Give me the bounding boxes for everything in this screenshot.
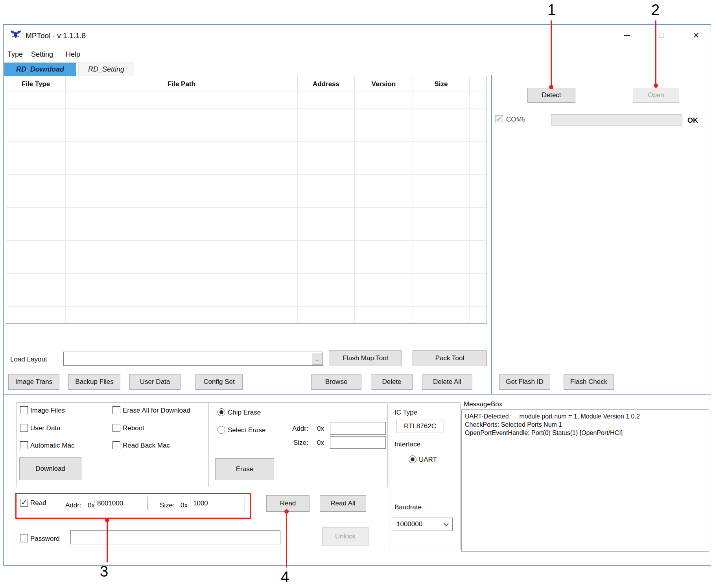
delete-button[interactable]: Delete bbox=[371, 374, 413, 390]
col-file-path[interactable]: File Path bbox=[66, 76, 298, 92]
user-data-checkbox[interactable] bbox=[20, 424, 28, 432]
browse-button[interactable]: Browse bbox=[311, 374, 361, 390]
panel-divider-horizontal bbox=[4, 394, 711, 394]
col-size[interactable]: Size bbox=[413, 76, 470, 92]
baudrate-value: 1000000 bbox=[396, 520, 422, 528]
col-extra bbox=[470, 76, 486, 92]
message-line: CheckPorts: Selected Ports Num 1 bbox=[465, 420, 706, 429]
annotation-2-dot bbox=[654, 83, 658, 88]
menu-help[interactable]: Help bbox=[66, 50, 80, 59]
backup-files-button[interactable]: Backup Files bbox=[68, 374, 120, 390]
read-all-button[interactable]: Read All bbox=[320, 495, 366, 512]
load-layout-input[interactable] bbox=[63, 352, 323, 366]
unlock-button[interactable]: Unlock bbox=[322, 527, 369, 546]
file-table[interactable]: File Type File Path Address Version Size bbox=[6, 76, 487, 324]
read-back-mac-label: Read Back Mac bbox=[123, 441, 170, 450]
messagebox[interactable]: UART-Detected module port num = 1, Modul… bbox=[461, 409, 709, 552]
select-erase-radio[interactable] bbox=[217, 426, 225, 434]
col-address[interactable]: Address bbox=[298, 76, 355, 92]
message-line: UART-Detected module port num = 1, Modul… bbox=[465, 412, 706, 420]
close-button[interactable]: ✕ bbox=[685, 26, 708, 44]
ic-type-value[interactable]: RTL8762C bbox=[396, 420, 444, 433]
delete-all-button[interactable]: Delete All bbox=[422, 374, 472, 390]
progress-bar bbox=[551, 114, 682, 125]
erase-size-input[interactable] bbox=[330, 436, 386, 449]
get-flash-id-button[interactable]: Get Flash ID bbox=[499, 374, 550, 390]
annotation-4-line bbox=[286, 512, 287, 568]
erase-size-hex-prefix: 0x bbox=[317, 439, 324, 447]
annotation-1-dot bbox=[549, 85, 553, 89]
password-checkbox[interactable] bbox=[20, 535, 28, 542]
menu-type[interactable]: Type bbox=[7, 50, 23, 59]
file-table-header: File Type File Path Address Version Size bbox=[6, 76, 486, 92]
flash-map-tool-button[interactable]: Flash Map Tool bbox=[329, 350, 402, 366]
column-separator bbox=[65, 92, 66, 323]
download-button[interactable]: Download bbox=[19, 457, 81, 480]
password-input[interactable] bbox=[70, 530, 280, 544]
erase-button[interactable]: Erase bbox=[215, 458, 274, 480]
com5-checkbox[interactable] bbox=[495, 115, 503, 123]
read-addr-label: Addr: bbox=[65, 501, 81, 510]
reboot-label: Reboot bbox=[123, 424, 144, 433]
annotation-4: 4 bbox=[281, 569, 289, 586]
minimize-icon bbox=[624, 35, 630, 36]
column-separator bbox=[469, 92, 470, 323]
app-icon bbox=[9, 29, 22, 41]
flash-check-button[interactable]: Flash Check bbox=[564, 374, 614, 390]
reboot-checkbox[interactable] bbox=[112, 424, 120, 432]
uart-radio[interactable] bbox=[409, 455, 416, 463]
tab-rd-setting[interactable]: RD_Setting bbox=[78, 63, 134, 76]
erase-all-for-download-checkbox[interactable] bbox=[112, 406, 120, 414]
load-layout-label: Load Layout bbox=[10, 355, 47, 364]
read-back-mac-checkbox[interactable] bbox=[112, 441, 120, 449]
maximize-button[interactable] bbox=[650, 26, 673, 44]
chip-erase-radio[interactable] bbox=[217, 408, 225, 416]
status-ok-label: OK bbox=[687, 116, 698, 125]
erase-addr-label: Addr: bbox=[292, 424, 308, 433]
baudrate-label: Baudrate bbox=[394, 503, 422, 512]
read-label: Read bbox=[30, 499, 46, 507]
image-trans-button[interactable]: Image Trans bbox=[8, 374, 59, 390]
automatic-mac-label: Automatic Mac bbox=[30, 441, 74, 450]
column-separator bbox=[354, 92, 355, 323]
chevron-down-icon bbox=[444, 521, 449, 526]
pack-tool-button[interactable]: Pack Tool bbox=[413, 350, 487, 366]
baudrate-dropdown[interactable]: 1000000 bbox=[393, 518, 453, 531]
open-button[interactable]: Open bbox=[633, 88, 679, 103]
file-table-body[interactable] bbox=[6, 92, 486, 323]
close-icon: ✕ bbox=[693, 31, 700, 40]
uart-label: UART bbox=[419, 455, 437, 464]
read-size-label: Size: bbox=[160, 501, 175, 510]
read-addr-input[interactable] bbox=[94, 497, 147, 510]
com5-label: COM5 bbox=[506, 115, 525, 124]
col-version[interactable]: Version bbox=[355, 76, 413, 92]
message-line: OpenPortEventHandle: Port(0) Status(1) [… bbox=[465, 429, 706, 437]
read-button[interactable]: Read bbox=[266, 495, 310, 512]
col-file-type[interactable]: File Type bbox=[6, 76, 66, 92]
annotation-2: 2 bbox=[651, 2, 660, 18]
annotation-3-dot bbox=[105, 518, 109, 522]
automatic-mac-checkbox[interactable] bbox=[20, 441, 28, 449]
select-erase-label: Select Erase bbox=[228, 426, 265, 435]
column-separator bbox=[297, 92, 298, 323]
app-window: MPTool - v 1.1.1.8 ✕ Type Setting Help R… bbox=[3, 24, 711, 566]
image-files-checkbox[interactable] bbox=[20, 406, 28, 414]
annotation-1-line bbox=[551, 20, 552, 87]
annotation-3: 3 bbox=[100, 563, 108, 580]
user-data-button[interactable]: User Data bbox=[129, 374, 181, 390]
panel-divider-vertical bbox=[491, 75, 492, 394]
read-size-input[interactable] bbox=[190, 497, 245, 510]
window-title: MPTool - v 1.1.1.8 bbox=[26, 31, 86, 40]
read-checkbox[interactable] bbox=[20, 499, 28, 507]
password-label: Password bbox=[30, 535, 60, 543]
detect-button[interactable]: Detect bbox=[527, 88, 575, 103]
erase-all-for-download-label: Erase All for Download bbox=[123, 406, 190, 415]
load-layout-browse-button[interactable]: .. bbox=[312, 353, 322, 365]
menu-setting[interactable]: Setting bbox=[31, 50, 53, 59]
config-set-button[interactable]: Config Set bbox=[195, 374, 243, 390]
tab-rd-download[interactable]: RD_Download bbox=[4, 63, 76, 76]
minimize-button[interactable] bbox=[615, 26, 638, 44]
annotation-4-dot bbox=[284, 509, 289, 514]
erase-addr-hex-prefix: 0x bbox=[317, 424, 324, 433]
erase-addr-input[interactable] bbox=[330, 422, 386, 435]
